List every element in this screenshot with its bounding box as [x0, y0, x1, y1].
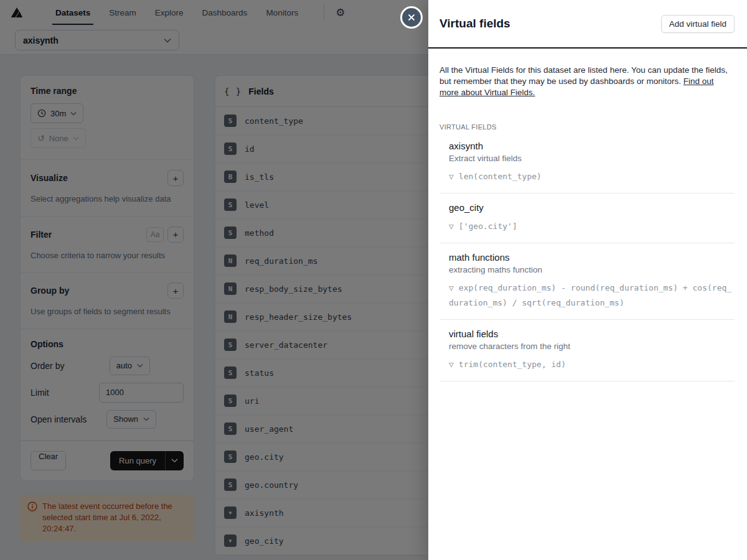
virtual-field-expression: ▽trim(content_type, id) [449, 357, 735, 372]
nabla-icon: ▽ [449, 283, 454, 292]
virtual-field-expression: ▽exp(req_duration_ms) - round(req_durati… [449, 281, 735, 310]
drawer-body: All the Virtual Fields for this dataset … [428, 49, 747, 381]
drawer-description: All the Virtual Fields for this dataset … [439, 65, 735, 98]
virtual-field-entry[interactable]: virtual fields remove characters from th… [439, 329, 735, 381]
virtual-field-description: Extract virtual fields [449, 154, 735, 163]
nabla-icon: ▽ [449, 222, 454, 231]
close-icon [407, 13, 416, 22]
drawer-header: Virtual fields Add virtual field [428, 0, 747, 49]
expression-text: ['geo.city'] [459, 222, 517, 231]
virtual-field-expression: ▽len(content_type) [449, 169, 735, 184]
virtual-fields-drawer: Virtual fields Add virtual field All the… [428, 0, 747, 560]
add-virtual-field-button[interactable]: Add virtual field [661, 15, 735, 33]
virtual-fields-list: axisynth Extract virtual fields ▽len(con… [439, 141, 735, 381]
virtual-field-name: geo_city [449, 202, 735, 213]
virtual-field-entry[interactable]: geo_city ▽['geo.city'] [439, 202, 735, 243]
expression-text: trim(content_type, id) [459, 360, 566, 369]
nabla-icon: ▽ [449, 172, 454, 181]
virtual-field-entry[interactable]: math functions extracting maths function… [439, 252, 735, 320]
virtual-field-name: axisynth [449, 141, 735, 151]
virtual-field-name: math functions [449, 252, 735, 263]
close-drawer-button[interactable] [400, 6, 423, 29]
virtual-field-description: extracting maths function [449, 265, 735, 274]
nabla-icon: ▽ [449, 360, 454, 369]
virtual-field-description: remove characters from the right [449, 342, 735, 351]
expression-text: exp(req_duration_ms) - round(req_duratio… [449, 283, 731, 307]
virtual-field-expression: ▽['geo.city'] [449, 219, 735, 234]
drawer-title: Virtual fields [439, 17, 510, 30]
virtual-field-entry[interactable]: axisynth Extract virtual fields ▽len(con… [439, 141, 735, 194]
expression-text: len(content_type) [459, 172, 542, 181]
virtual-fields-section-label: VIRTUAL FIELDS [439, 123, 735, 131]
virtual-field-name: virtual fields [449, 329, 735, 339]
